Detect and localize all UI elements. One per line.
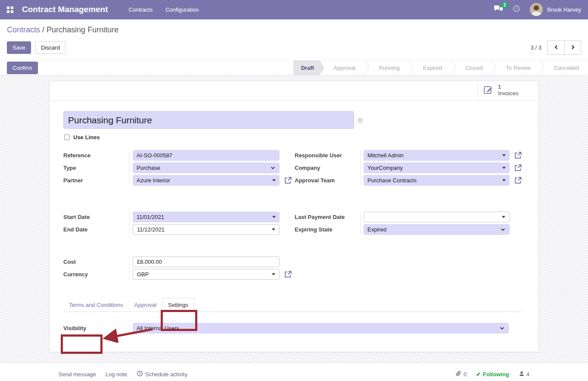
menu-contracts[interactable]: Contracts bbox=[129, 6, 153, 13]
confirm-button[interactable]: Confirm bbox=[7, 62, 38, 74]
stage-separator-icon bbox=[364, 59, 370, 76]
check-icon: ✔ bbox=[476, 371, 481, 378]
stage-separator-icon bbox=[409, 59, 414, 76]
tab-settings[interactable]: Settings bbox=[162, 298, 194, 312]
breadcrumb-separator: / bbox=[42, 25, 44, 34]
clock-icon bbox=[137, 370, 143, 378]
pager-previous-button[interactable] bbox=[548, 41, 564, 55]
last-payment-date-field[interactable] bbox=[364, 212, 510, 222]
stage-running[interactable]: Running bbox=[370, 60, 408, 75]
pager-next-button[interactable] bbox=[564, 41, 581, 55]
breadcrumb-current: Purchasing Furniture bbox=[47, 25, 118, 34]
caret-down-icon bbox=[272, 179, 276, 181]
pager bbox=[548, 41, 581, 55]
pager-counter: 3 / 3 bbox=[531, 44, 541, 51]
main-menu: Contracts Configuration bbox=[129, 6, 199, 13]
chevron-down-icon bbox=[270, 165, 276, 171]
breadcrumb: Contracts / Purchasing Furniture bbox=[7, 25, 581, 34]
currency-label: Currency bbox=[63, 271, 133, 278]
partner-dropdown[interactable]: Azure Interior bbox=[133, 175, 280, 186]
clock-icon bbox=[513, 6, 520, 14]
stage-separator-icon bbox=[492, 59, 497, 76]
responsible-user-dropdown[interactable]: Mitchell Admin bbox=[364, 150, 510, 161]
avatar[interactable] bbox=[530, 3, 543, 16]
tab-approval[interactable]: Approval bbox=[129, 298, 162, 312]
approval-team-external-link-icon[interactable] bbox=[514, 176, 522, 184]
stage-approval[interactable]: Approval bbox=[324, 60, 364, 75]
visibility-select[interactable]: All Internal Users bbox=[133, 323, 509, 334]
currency-dropdown[interactable]: GBP bbox=[133, 269, 280, 280]
expiring-state-label: Expiring State bbox=[295, 226, 364, 233]
type-select[interactable]: Purchase bbox=[133, 162, 280, 173]
save-button[interactable]: Save bbox=[7, 41, 31, 54]
schedule-activity-button[interactable]: Schedule activity bbox=[137, 370, 187, 378]
log-note-button[interactable]: Log note bbox=[106, 371, 128, 378]
approval-team-label: Approval Team bbox=[295, 177, 364, 184]
caret-down-icon bbox=[272, 228, 275, 231]
use-lines-label: Use Lines bbox=[73, 134, 100, 141]
currency-external-link-icon[interactable] bbox=[284, 270, 292, 278]
stage-closed[interactable]: Closed bbox=[456, 60, 492, 75]
company-label: Company bbox=[295, 165, 364, 171]
end-date-field[interactable]: 11/12/2021 bbox=[133, 224, 280, 235]
edit-note-icon bbox=[483, 84, 494, 97]
caret-down-icon bbox=[502, 154, 506, 156]
send-message-button[interactable]: Send message bbox=[59, 371, 96, 378]
notebook-tabs: Terms and Conditions Approval Settings bbox=[63, 299, 523, 312]
reference-input[interactable] bbox=[133, 150, 280, 161]
caret-down-icon bbox=[272, 273, 275, 275]
form-sheet: 1 Invoices Use Lines bbox=[49, 81, 539, 352]
start-date-field[interactable]: 11/01/2021 bbox=[133, 212, 280, 222]
cost-input[interactable] bbox=[133, 256, 280, 267]
caret-down-icon bbox=[502, 216, 505, 218]
expiring-state-select[interactable]: Expired bbox=[364, 224, 510, 235]
last-payment-date-label: Last Payment Date bbox=[295, 214, 364, 220]
drag-handle-dot bbox=[357, 117, 363, 123]
caret-down-icon bbox=[502, 179, 506, 181]
use-lines-row: Use Lines bbox=[64, 134, 523, 141]
stage-draft[interactable]: Draft bbox=[293, 60, 324, 75]
following-button[interactable]: ✔ Following bbox=[476, 371, 509, 378]
partner-external-link-icon[interactable] bbox=[284, 176, 292, 184]
responsible-user-label: Responsible User bbox=[295, 152, 364, 159]
top-navbar: Contract Management Contracts Configurat… bbox=[0, 0, 588, 19]
messages-button[interactable]: 2 bbox=[494, 5, 503, 14]
type-label: Type bbox=[63, 165, 133, 171]
attachments-button[interactable]: 0 bbox=[455, 370, 467, 378]
partner-label: Partner bbox=[63, 177, 133, 184]
stage-separator-icon bbox=[451, 59, 456, 76]
company-dropdown[interactable]: YourCompany bbox=[364, 162, 510, 173]
followers-button[interactable]: 4 bbox=[519, 371, 529, 378]
end-date-label: End Date bbox=[63, 226, 133, 233]
menu-configuration[interactable]: Configuration bbox=[165, 6, 199, 13]
activities-button[interactable] bbox=[513, 5, 520, 14]
caret-down-icon bbox=[502, 167, 506, 169]
approval-team-dropdown[interactable]: Purchase Contracts bbox=[364, 175, 510, 186]
stage-separator-icon bbox=[540, 59, 545, 76]
discard-button[interactable]: Discard bbox=[35, 41, 65, 54]
stage-cancelled[interactable]: Cancelled bbox=[545, 60, 588, 75]
user-name[interactable]: Brook Harvey bbox=[547, 6, 581, 13]
start-date-label: Start Date bbox=[63, 214, 133, 220]
reference-label: Reference bbox=[63, 152, 133, 159]
responsible-user-external-link-icon[interactable] bbox=[514, 151, 522, 159]
stage-expired[interactable]: Expired bbox=[414, 60, 451, 75]
contract-name-input[interactable] bbox=[63, 111, 354, 129]
main-content: 1 Invoices Use Lines bbox=[0, 75, 588, 362]
chevron-left-icon bbox=[554, 44, 559, 51]
invoices-stat-button[interactable]: 1 Invoices bbox=[477, 81, 538, 100]
stage-to-renew[interactable]: To Renew bbox=[497, 60, 540, 75]
chevron-down-icon bbox=[500, 227, 506, 232]
tab-terms-and-conditions[interactable]: Terms and Conditions bbox=[63, 298, 129, 312]
company-external-link-icon[interactable] bbox=[514, 164, 522, 172]
use-lines-checkbox[interactable] bbox=[64, 134, 70, 140]
stage-pipeline: Draft Approval Running Expired Closed To… bbox=[293, 60, 588, 75]
invoices-count: 1 bbox=[498, 84, 519, 91]
visibility-label: Visibility bbox=[63, 325, 133, 331]
chevron-down-icon bbox=[499, 325, 505, 331]
caret-down-icon bbox=[272, 216, 276, 218]
person-icon bbox=[519, 371, 525, 378]
apps-grid-icon[interactable] bbox=[7, 6, 13, 13]
app-title[interactable]: Contract Management bbox=[22, 5, 108, 14]
breadcrumb-parent-link[interactable]: Contracts bbox=[7, 25, 40, 34]
